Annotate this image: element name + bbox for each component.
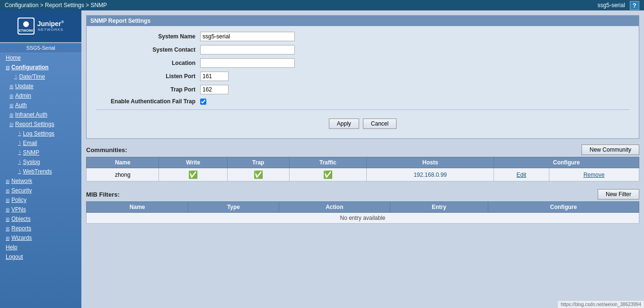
help-button[interactable]: ? <box>630 1 639 10</box>
new-community-button[interactable]: New Community <box>582 145 639 155</box>
col-hosts: Hosts <box>367 157 494 168</box>
sidebar-item-network[interactable]: ⊞Network <box>0 176 81 186</box>
mib-col-action: Action <box>279 202 390 213</box>
sidebar-item-help[interactable]: Help <box>0 243 81 252</box>
mib-col-configure: Configure <box>488 202 639 213</box>
webtrends-label: WebTrends <box>23 168 52 175</box>
system-contact-row: System Contact <box>96 45 629 54</box>
auth-label: Auth <box>15 102 27 109</box>
communities-table: Name Write Trap Traffic Hosts Configure … <box>86 157 639 181</box>
no-entry-text: No entry available <box>87 213 639 224</box>
sidebar-item-configuration[interactable]: ⊟Configuration <box>0 63 81 72</box>
reports-label: Reports <box>11 225 31 232</box>
home-label: Home <box>6 54 21 61</box>
url-bar: https://blog.csdn.net/weixin_38623994 <box>558 301 644 308</box>
svg-point-1 <box>23 21 29 27</box>
mib-col-name: Name <box>87 202 188 213</box>
svg-text:NETWORKS: NETWORKS <box>18 29 34 32</box>
sidebar-item-auth[interactable]: ⊞Auth <box>0 100 81 110</box>
system-contact-input[interactable] <box>200 45 295 54</box>
system-contact-label: System Contact <box>96 46 200 53</box>
logout-label: Logout <box>6 254 23 260</box>
col-write: Write <box>159 157 227 168</box>
remove-link[interactable]: Remove <box>583 172 605 178</box>
location-row: Location <box>96 58 629 68</box>
communities-section-header: Communities: New Community <box>86 145 639 155</box>
snmp-settings-panel: SNMP Report Settings System Name System … <box>86 15 639 139</box>
vpns-label: VPNs <box>11 206 26 213</box>
admin-label: Admin <box>15 92 31 99</box>
sidebar-item-snmp[interactable]: └SNMP <box>0 148 81 157</box>
sidebar-item-email[interactable]: └Email <box>0 138 81 148</box>
breadcrumb: Configuration > Report Settings > SNMP <box>5 2 107 9</box>
communities-title: Communities: <box>86 146 127 154</box>
sidebar: NETWORKS Juniper® NETWORKS SSG5-Serial H… <box>0 10 81 308</box>
community-edit[interactable]: Edit <box>494 168 549 181</box>
mib-filters-table: Name Type Action Entry Configure No entr… <box>86 201 639 224</box>
sidebar-item-update[interactable]: ⊞Update <box>0 82 81 91</box>
mib-col-entry: Entry <box>390 202 488 213</box>
sidebar-item-infranet-auth[interactable]: ⊞Infranet Auth <box>0 110 81 119</box>
sidebar-item-report-settings[interactable]: ⊟Report Settings <box>0 119 81 129</box>
sidebar-item-log-settings[interactable]: └Log Settings <box>0 129 81 138</box>
apply-button[interactable]: Apply <box>329 118 359 129</box>
system-name-label: System Name <box>96 33 200 40</box>
listen-port-row: Listen Port <box>96 72 629 81</box>
top-bar: Configuration > Report Settings > SNMP s… <box>0 0 644 10</box>
trap-port-label: Trap Port <box>96 86 200 93</box>
trap-port-row: Trap Port <box>96 85 629 94</box>
sidebar-item-logout[interactable]: Logout <box>0 252 81 262</box>
sidebar-item-admin[interactable]: ⊞Admin <box>0 91 81 100</box>
community-hosts: 192.168.0.99 <box>367 168 494 181</box>
communities-thead: Name Write Trap Traffic Hosts Configure <box>87 157 639 168</box>
col-traffic: Traffic <box>289 157 367 168</box>
auth-fail-trap-label: Enable Authentication Fail Trap <box>96 98 200 105</box>
sidebar-item-security[interactable]: ⊞Security <box>0 186 81 195</box>
help-nav-label: Help <box>6 244 18 251</box>
system-name-row: System Name <box>96 32 629 41</box>
mib-filters-tbody: No entry available <box>87 213 639 224</box>
email-label: Email <box>23 140 37 146</box>
syslog-label: Syslog <box>23 159 40 165</box>
sidebar-item-vpns[interactable]: ⊞VPNs <box>0 205 81 214</box>
location-input[interactable] <box>200 58 295 68</box>
community-remove[interactable]: Remove <box>549 168 639 181</box>
auth-fail-trap-checkbox[interactable] <box>200 99 206 105</box>
sidebar-item-home[interactable]: Home <box>0 53 81 63</box>
network-label: Network <box>11 178 32 184</box>
sidebar-item-syslog[interactable]: └Syslog <box>0 157 81 167</box>
policy-label: Policy <box>11 197 26 203</box>
update-label: Update <box>15 83 34 90</box>
logo-area: NETWORKS Juniper® NETWORKS <box>0 10 81 43</box>
sidebar-item-reports[interactable]: ⊞Reports <box>0 224 81 233</box>
wizards-label: Wizards <box>11 235 32 241</box>
form-divider <box>96 109 629 110</box>
trap-port-input[interactable] <box>200 85 229 94</box>
panel-body: System Name System Contact Location List… <box>87 26 639 138</box>
mib-filters-title: MIB Filters: <box>86 191 120 198</box>
community-trap: ✅ <box>227 168 289 181</box>
new-filter-button[interactable]: New Filter <box>598 189 639 199</box>
cancel-button[interactable]: Cancel <box>363 118 397 129</box>
sidebar-item-objects[interactable]: ⊞Objects <box>0 214 81 224</box>
community-traffic: ✅ <box>289 168 367 181</box>
system-name-input[interactable] <box>200 32 295 41</box>
mib-col-type: Type <box>188 202 279 213</box>
listen-port-input[interactable] <box>200 72 229 81</box>
sidebar-item-webtrends[interactable]: └WebTrends <box>0 167 81 176</box>
logo-sub: NETWORKS <box>37 27 64 32</box>
community-write: ✅ <box>159 168 227 181</box>
col-trap: Trap <box>227 157 289 168</box>
sidebar-item-wizards[interactable]: ⊞Wizards <box>0 233 81 243</box>
report-settings-label: Report Settings <box>15 121 54 127</box>
auth-fail-trap-row: Enable Authentication Fail Trap <box>96 98 629 105</box>
location-label: Location <box>96 60 200 66</box>
datetime-label: Date/Time <box>19 73 45 80</box>
objects-label: Objects <box>11 216 31 222</box>
sidebar-item-datetime[interactable]: └Date/Time <box>0 72 81 82</box>
edit-link[interactable]: Edit <box>516 172 526 178</box>
snmp-label: SNMP <box>23 149 39 156</box>
sidebar-item-policy[interactable]: ⊞Policy <box>0 195 81 205</box>
sidebar-device-name: SSG5-Serial <box>0 43 81 53</box>
traffic-check-icon: ✅ <box>323 171 333 179</box>
